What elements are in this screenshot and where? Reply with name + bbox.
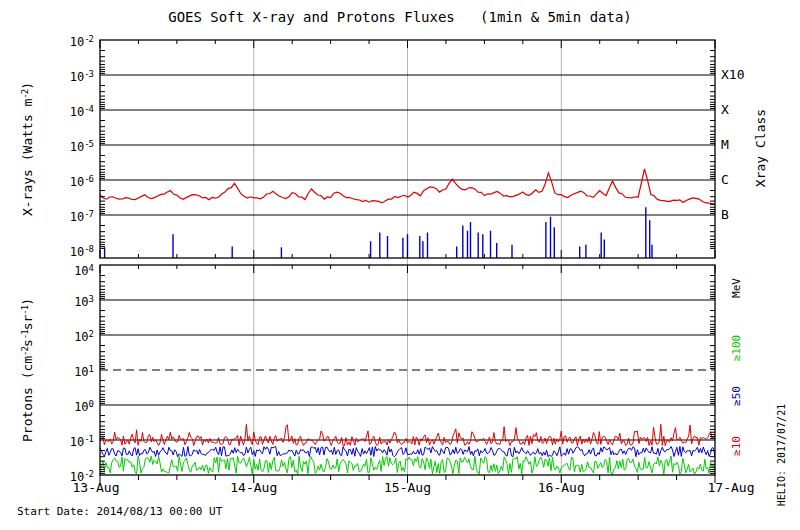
proton-series-label: ≥100 bbox=[730, 335, 743, 362]
proton-series-label: ≥10 bbox=[730, 436, 743, 456]
x-tick-label: 14-Aug bbox=[214, 480, 294, 495]
plot-canvas bbox=[0, 0, 800, 530]
xray-class-label: M bbox=[721, 138, 729, 152]
mev-axis-title: MeV bbox=[730, 278, 743, 298]
xray-class-label: B bbox=[721, 208, 729, 222]
goes-flux-plot: GOES Soft X-ray and Protons Fluxes (1min… bbox=[0, 0, 800, 530]
xray-ytick-label: 10-5 bbox=[34, 137, 93, 154]
proton-axis-title: Protons (cm-2s-1sr-1) bbox=[20, 298, 35, 442]
proton-ytick-label: 10-1 bbox=[34, 432, 93, 449]
xray-ytick-label: 10-3 bbox=[34, 67, 93, 84]
proton-ytick-label: 104 bbox=[34, 261, 93, 278]
xray-ytick-label: 10-4 bbox=[34, 102, 93, 119]
xray-ytick-label: 10-6 bbox=[34, 172, 93, 189]
xray-class-axis-title: Xray Class bbox=[753, 109, 768, 187]
xray-axis-title: X-rays (Watts m-2) bbox=[20, 82, 35, 216]
x-tick-label: 13-Aug bbox=[56, 480, 136, 495]
xray-ytick-label: 10-2 bbox=[34, 32, 93, 49]
x-tick-label: 17-Aug bbox=[691, 480, 771, 495]
start-date-label: Start Date: 2014/08/13 00:00 UT bbox=[17, 505, 222, 518]
proton-series-label: ≥50 bbox=[730, 386, 743, 406]
xray-class-label: X bbox=[721, 103, 729, 117]
x-tick-label: 16-Aug bbox=[521, 480, 601, 495]
proton-ytick-label: 101 bbox=[34, 362, 93, 379]
xray-ytick-label: 10-7 bbox=[34, 207, 93, 224]
proton-ytick-label: 102 bbox=[34, 327, 93, 344]
xray-class-label: X10 bbox=[721, 68, 744, 82]
proton-ytick-label: 103 bbox=[34, 292, 93, 309]
helio-watermark: HELIO: 2017/07/21 bbox=[776, 404, 787, 506]
xray-ytick-label: 10-8 bbox=[34, 242, 93, 259]
xray-class-label: C bbox=[721, 173, 729, 187]
proton-ytick-label: 100 bbox=[34, 397, 93, 414]
x-tick-label: 15-Aug bbox=[368, 480, 448, 495]
